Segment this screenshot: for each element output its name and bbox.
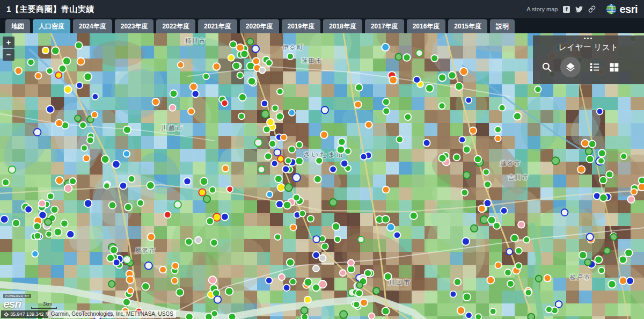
tab-population-density[interactable]: 人口密度: [33, 19, 70, 33]
tab-2019[interactable]: 2019年度: [282, 19, 321, 33]
app-header: 1【主要商圏】青山実績 A story map f esri: [0, 0, 644, 18]
svg-text:川口市: 川口市: [389, 279, 411, 286]
svg-text:桶川市: 桶川市: [185, 38, 206, 44]
zoom-in-button[interactable]: +: [3, 37, 14, 48]
header-right: A story map f esri: [526, 3, 638, 16]
esri-script-logo: esri: [3, 298, 31, 310]
layers-icon[interactable]: [560, 57, 581, 77]
coordinate-text: 35.947 139.342 度: [10, 311, 50, 318]
tab-map[interactable]: 地図: [5, 19, 30, 33]
crosshair-icon: [4, 312, 9, 317]
esri-logo[interactable]: esri: [605, 3, 638, 16]
svg-text:吉川市: 吉川市: [508, 174, 529, 180]
tab-2017[interactable]: 2017年度: [365, 19, 404, 33]
zoom-controls: + −: [3, 37, 14, 61]
panel-toolbar: [541, 57, 644, 77]
scale-bar: 3km: [31, 301, 57, 309]
svg-text:越谷市: 越谷市: [500, 160, 521, 166]
svg-text:蓮田市: 蓮田市: [302, 57, 323, 64]
coordinate-readout: 35.947 139.342 度: [1, 310, 53, 318]
svg-text:伊奈町: 伊奈町: [282, 44, 304, 50]
scale-label: 3km: [43, 301, 57, 307]
tab-bar: 地図人口密度2024年度2023年度2022年度2021年度2020年度2019…: [0, 18, 644, 33]
svg-text:所沢市: 所沢市: [135, 247, 156, 253]
tab-2021[interactable]: 2021年度: [198, 19, 237, 33]
tab-2018[interactable]: 2018年度: [323, 19, 362, 33]
tab-2023[interactable]: 2023年度: [115, 19, 154, 33]
basemap-icon[interactable]: [609, 62, 619, 73]
esri-globe-icon: [605, 3, 617, 15]
layer-list-title: レイヤー リスト: [533, 42, 644, 53]
powered-by-esri-logo[interactable]: POWERED BY esri: [3, 289, 31, 310]
tab-2020[interactable]: 2020年度: [240, 19, 279, 33]
search-icon[interactable]: [541, 62, 552, 73]
tab-2024[interactable]: 2024年度: [73, 19, 112, 33]
tab-2022[interactable]: 2022年度: [156, 19, 195, 33]
share-link-icon[interactable]: [588, 5, 596, 13]
tab-2015[interactable]: 2015年度: [448, 19, 487, 33]
svg-text:川越市: 川越市: [161, 124, 184, 132]
map-area: 桶川市伊奈町蓮田市川越市さいたま市越谷市吉川市所沢市川口市松戸市 + − •••…: [0, 33, 644, 319]
story-map-label: A story map: [526, 6, 558, 12]
esri-logo-text: esri: [619, 3, 638, 16]
twitter-share-icon[interactable]: [575, 5, 583, 13]
scale-line: [31, 307, 57, 309]
legend-icon[interactable]: [589, 61, 601, 73]
page-title: 1【主要商圏】青山実績: [6, 4, 94, 15]
tab-description[interactable]: 説明: [490, 19, 515, 33]
facebook-share-icon[interactable]: f: [563, 6, 570, 13]
map-attribution: Garmin, GeoTechnologies, Inc, METI/NASA,…: [48, 310, 176, 318]
tab-2016[interactable]: 2016年度: [407, 19, 446, 33]
panel-menu-icon[interactable]: •••: [533, 35, 644, 42]
svg-text:松戸市: 松戸市: [570, 274, 591, 280]
zoom-out-button[interactable]: −: [3, 49, 14, 61]
layer-list-panel: ••• レイヤー リスト: [533, 35, 644, 84]
